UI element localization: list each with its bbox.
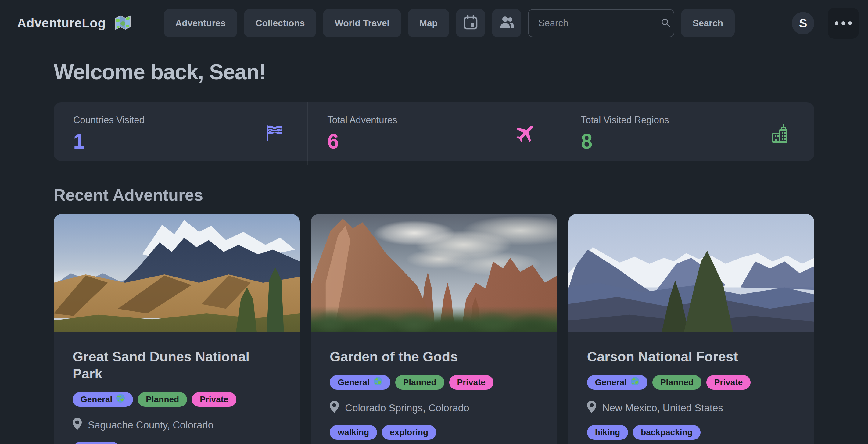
activity-tag: walking: [72, 442, 120, 444]
plane-icon: [515, 122, 538, 146]
globe-icon: [116, 394, 125, 405]
location-pin-icon: [330, 401, 339, 415]
search-field[interactable]: [528, 9, 674, 37]
status-badge: Planned: [652, 375, 702, 390]
recent-adventures-heading: Recent Adventures: [54, 185, 814, 204]
status-badge: Planned: [395, 375, 444, 390]
welcome-heading: Welcome back, Sean!: [54, 60, 814, 84]
adventure-title[interactable]: Great Sand Dunes National Park: [72, 348, 268, 382]
users-icon: [498, 14, 515, 33]
garden-of-the-gods-photo: [311, 214, 557, 332]
activity-tag: exploring: [382, 425, 436, 440]
nav-adventures-button[interactable]: Adventures: [164, 9, 237, 37]
stat-value: 1: [73, 129, 288, 153]
search-icon: [660, 17, 671, 29]
location-row: New Mexico, United States: [587, 401, 796, 415]
category-badge: General: [72, 392, 133, 407]
stat-total-adventures: Total Adventures 6: [307, 102, 561, 165]
visibility-badge: Private: [192, 392, 236, 407]
carson-forest-photo: [568, 214, 814, 332]
globe-icon: [630, 377, 640, 388]
location-text: Saguache County, Colorado: [88, 419, 214, 431]
category-badge: General: [330, 375, 390, 390]
adventure-title[interactable]: Carson National Forest: [587, 348, 782, 365]
flag-icon: [264, 123, 284, 145]
location-pin-icon: [72, 418, 82, 433]
location-pin-icon: [587, 401, 596, 415]
overflow-menu-button[interactable]: [828, 8, 859, 39]
avatar[interactable]: S: [792, 12, 814, 34]
adventure-card-garden-of-the-gods[interactable]: Garden of the Gods General Planned Priva…: [311, 214, 557, 444]
navbar: AdventureLog Adventures Collections Worl…: [0, 0, 868, 46]
badges-row: General Planned Private: [587, 375, 796, 390]
main-content: Welcome back, Sean! Countries Visited 1 …: [0, 60, 868, 444]
category-badge: General: [587, 375, 648, 390]
visibility-badge: Private: [449, 375, 494, 390]
brand-name: AdventureLog: [17, 16, 106, 31]
nav-collections-button[interactable]: Collections: [244, 9, 317, 37]
stat-label: Total Visited Regions: [581, 115, 795, 126]
location-text: New Mexico, United States: [602, 402, 723, 414]
status-badge: Planned: [138, 392, 187, 407]
stat-countries-visited: Countries Visited 1: [54, 102, 307, 165]
nav-links: Adventures Collections World Travel Map: [164, 9, 735, 37]
sand-dunes-photo: [54, 214, 300, 332]
badges-row: General Planned Private: [72, 392, 281, 407]
tags-row: walking exploring: [330, 425, 538, 440]
tags-row: walking: [72, 442, 281, 444]
location-text: Colorado Springs, Colorado: [345, 402, 469, 414]
city-icon: [769, 122, 791, 146]
adventure-card-carson-national-forest[interactable]: Carson National Forest General Planned P…: [568, 214, 814, 444]
activity-tag: hiking: [587, 425, 628, 440]
nav-world-travel-button[interactable]: World Travel: [323, 9, 401, 37]
location-row: Colorado Springs, Colorado: [330, 401, 538, 415]
tags-row: hiking backpacking: [587, 425, 796, 440]
calendar-button[interactable]: [456, 9, 485, 37]
map-logo-icon: [114, 13, 132, 33]
search-button[interactable]: Search: [681, 9, 735, 37]
stat-total-visited-regions: Total Visited Regions 8: [561, 102, 814, 165]
activity-tag: walking: [330, 425, 377, 440]
users-button[interactable]: [492, 9, 521, 37]
stat-label: Total Adventures: [327, 115, 541, 126]
stat-value: 6: [327, 129, 541, 153]
stats-panel: Countries Visited 1 Total Adventures 6: [54, 102, 814, 161]
location-row: Saguache County, Colorado: [72, 418, 281, 433]
adventure-cards-grid: Great Sand Dunes National Park General P…: [54, 214, 814, 444]
adventure-card-great-sand-dunes[interactable]: Great Sand Dunes National Park General P…: [54, 214, 300, 444]
adventure-title[interactable]: Garden of the Gods: [330, 348, 525, 365]
stat-value: 8: [581, 129, 795, 153]
ellipsis-icon: [835, 21, 852, 25]
nav-map-button[interactable]: Map: [408, 9, 449, 37]
nav-right: S: [792, 8, 859, 39]
activity-tag: backpacking: [633, 425, 701, 440]
visibility-badge: Private: [706, 375, 751, 390]
globe-icon: [373, 377, 382, 388]
stat-label: Countries Visited: [73, 115, 288, 126]
badges-row: General Planned Private: [330, 375, 538, 390]
brand[interactable]: AdventureLog: [17, 13, 132, 33]
calendar-icon: [462, 14, 479, 33]
search-input[interactable]: [538, 18, 660, 29]
